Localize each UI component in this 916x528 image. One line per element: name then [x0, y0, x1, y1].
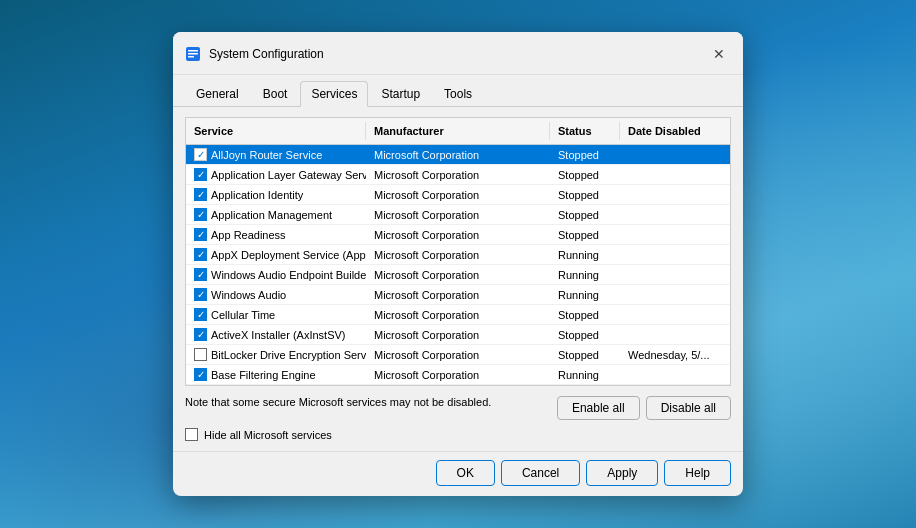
table-header: Service Manufacturer Status Date Disable…: [186, 118, 730, 145]
bottom-buttons: OK Cancel Apply Help: [173, 451, 743, 496]
tab-startup[interactable]: Startup: [370, 81, 431, 106]
status-cell: Stopped: [550, 345, 620, 364]
hide-ms-checkbox[interactable]: [185, 428, 198, 441]
date-disabled-cell: [620, 365, 730, 384]
col-status: Status: [550, 122, 620, 140]
date-disabled-cell: [620, 165, 730, 184]
manufacturer-cell: Microsoft Corporation: [366, 185, 550, 204]
status-cell: Stopped: [550, 305, 620, 324]
date-disabled-cell: Wednesday, 5/...: [620, 345, 730, 364]
manufacturer-cell: Microsoft Corporation: [366, 285, 550, 304]
service-name-cell: ✓ Application Identity: [186, 185, 366, 204]
service-name-cell: ✓ Base Filtering Engine: [186, 365, 366, 384]
date-disabled-cell: [620, 225, 730, 244]
app-icon: [185, 46, 201, 62]
tab-tools[interactable]: Tools: [433, 81, 483, 106]
status-cell: Stopped: [550, 145, 620, 164]
status-cell: Running: [550, 365, 620, 384]
enable-all-button[interactable]: Enable all: [557, 396, 640, 420]
service-checkbox-0[interactable]: ✓: [194, 148, 207, 161]
manufacturer-cell: Microsoft Corporation: [366, 305, 550, 324]
table-row[interactable]: ✓ Application Management Microsoft Corpo…: [186, 205, 730, 225]
service-checkbox-10[interactable]: [194, 348, 207, 361]
status-cell: Stopped: [550, 205, 620, 224]
service-name-cell: ✓ Cellular Time: [186, 305, 366, 324]
status-cell: Running: [550, 265, 620, 284]
date-disabled-cell: [620, 265, 730, 284]
tab-general[interactable]: General: [185, 81, 250, 106]
col-service: Service: [186, 122, 366, 140]
service-checkbox-1[interactable]: ✓: [194, 168, 207, 181]
service-name-cell: ✓ Windows Audio Endpoint Builder: [186, 265, 366, 284]
service-name-cell: ✓ Windows Audio: [186, 285, 366, 304]
table-row[interactable]: ✓ AppX Deployment Service (AppX... Micro…: [186, 245, 730, 265]
service-name-cell: ✓ AppX Deployment Service (AppX...: [186, 245, 366, 264]
service-name-cell: ✓ App Readiness: [186, 225, 366, 244]
service-checkbox-8[interactable]: ✓: [194, 308, 207, 321]
table-row[interactable]: ✓ Windows Audio Microsoft Corporation Ru…: [186, 285, 730, 305]
service-checkbox-9[interactable]: ✓: [194, 328, 207, 341]
cancel-button[interactable]: Cancel: [501, 460, 580, 486]
services-content: Service Manufacturer Status Date Disable…: [173, 107, 743, 451]
apply-button[interactable]: Apply: [586, 460, 658, 486]
date-disabled-cell: [620, 285, 730, 304]
table-body: ✓ AllJoyn Router Service Microsoft Corpo…: [186, 145, 730, 385]
status-cell: Stopped: [550, 165, 620, 184]
service-checkbox-6[interactable]: ✓: [194, 268, 207, 281]
status-cell: Running: [550, 245, 620, 264]
manufacturer-cell: Microsoft Corporation: [366, 345, 550, 364]
svg-rect-1: [188, 50, 198, 52]
status-cell: Stopped: [550, 225, 620, 244]
manufacturer-cell: Microsoft Corporation: [366, 325, 550, 344]
dialog-title: System Configuration: [209, 47, 699, 61]
table-row[interactable]: ✓ Base Filtering Engine Microsoft Corpor…: [186, 365, 730, 385]
service-checkbox-4[interactable]: ✓: [194, 228, 207, 241]
table-row[interactable]: ✓ Application Layer Gateway Service Micr…: [186, 165, 730, 185]
tab-boot[interactable]: Boot: [252, 81, 299, 106]
service-name-cell: BitLocker Drive Encryption Service: [186, 345, 366, 364]
hide-ms-row: Hide all Microsoft services: [185, 428, 731, 441]
table-row[interactable]: ✓ ActiveX Installer (AxInstSV) Microsoft…: [186, 325, 730, 345]
svg-rect-2: [188, 53, 198, 55]
service-checkbox-3[interactable]: ✓: [194, 208, 207, 221]
service-name-cell: ✓ AllJoyn Router Service: [186, 145, 366, 164]
service-checkbox-11[interactable]: ✓: [194, 368, 207, 381]
manufacturer-cell: Microsoft Corporation: [366, 165, 550, 184]
table-row[interactable]: BitLocker Drive Encryption Service Micro…: [186, 345, 730, 365]
manufacturer-cell: Microsoft Corporation: [366, 205, 550, 224]
manufacturer-cell: Microsoft Corporation: [366, 245, 550, 264]
ok-button[interactable]: OK: [436, 460, 495, 486]
manufacturer-cell: Microsoft Corporation: [366, 225, 550, 244]
manufacturer-cell: Microsoft Corporation: [366, 365, 550, 384]
table-row[interactable]: ✓ Windows Audio Endpoint Builder Microso…: [186, 265, 730, 285]
enable-disable-row: Note that some secure Microsoft services…: [185, 396, 731, 420]
date-disabled-cell: [620, 305, 730, 324]
date-disabled-cell: [620, 205, 730, 224]
col-manufacturer: Manufacturer: [366, 122, 550, 140]
manufacturer-cell: Microsoft Corporation: [366, 265, 550, 284]
system-configuration-dialog: System Configuration ✕ General Boot Serv…: [173, 32, 743, 496]
table-row[interactable]: ✓ Cellular Time Microsoft Corporation St…: [186, 305, 730, 325]
table-row[interactable]: ✓ Application Identity Microsoft Corpora…: [186, 185, 730, 205]
service-name-cell: ✓ Application Management: [186, 205, 366, 224]
service-checkbox-2[interactable]: ✓: [194, 188, 207, 201]
manufacturer-cell: Microsoft Corporation: [366, 145, 550, 164]
date-disabled-cell: [620, 145, 730, 164]
close-button[interactable]: ✕: [707, 42, 731, 66]
disable-all-button[interactable]: Disable all: [646, 396, 731, 420]
status-cell: Stopped: [550, 325, 620, 344]
tab-services[interactable]: Services: [300, 81, 368, 107]
table-row[interactable]: ✓ App Readiness Microsoft Corporation St…: [186, 225, 730, 245]
note-text: Note that some secure Microsoft services…: [185, 396, 551, 420]
services-table: Service Manufacturer Status Date Disable…: [185, 117, 731, 386]
status-cell: Running: [550, 285, 620, 304]
title-bar: System Configuration ✕: [173, 32, 743, 75]
service-checkbox-7[interactable]: ✓: [194, 288, 207, 301]
col-date-disabled: Date Disabled: [620, 122, 730, 140]
date-disabled-cell: [620, 185, 730, 204]
tab-bar: General Boot Services Startup Tools: [173, 75, 743, 107]
table-row[interactable]: ✓ AllJoyn Router Service Microsoft Corpo…: [186, 145, 730, 165]
status-cell: Stopped: [550, 185, 620, 204]
service-checkbox-5[interactable]: ✓: [194, 248, 207, 261]
help-button[interactable]: Help: [664, 460, 731, 486]
